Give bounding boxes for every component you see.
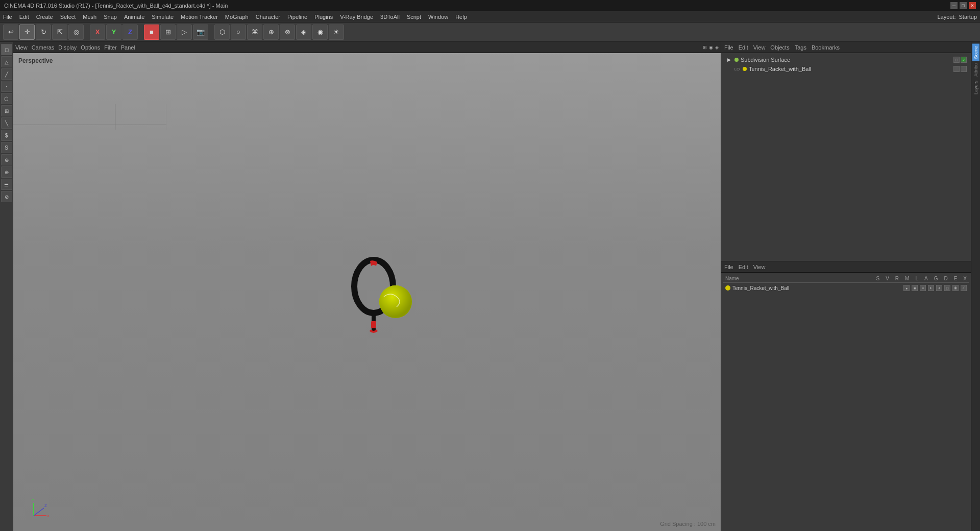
menu-vray[interactable]: V-Ray Bridge (340, 14, 373, 20)
vp-icon-3[interactable]: ◈ (715, 45, 719, 50)
vp-tab-panel[interactable]: Panel (121, 44, 135, 51)
menu-mesh[interactable]: Mesh (83, 14, 96, 20)
close-button[interactable]: ✕ (969, 2, 976, 9)
om-tab-bookmarks[interactable]: Bookmarks (812, 44, 840, 51)
tool-7[interactable]: ⊕ (1, 166, 12, 178)
render-pic[interactable]: 📷 (193, 25, 208, 40)
attr-icon-8[interactable]: ✓ (961, 285, 967, 291)
tool-5[interactable]: S (1, 142, 12, 153)
mode-point[interactable]: · (1, 81, 12, 92)
menu-script[interactable]: Script (407, 14, 421, 20)
menu-character[interactable]: Character (256, 14, 280, 20)
edge-tab-layers[interactable]: Layers (972, 79, 979, 96)
light-tool[interactable]: ☀ (329, 25, 344, 40)
menu-motion-tracker[interactable]: Motion Tracker (181, 14, 218, 20)
menu-plugins[interactable]: Plugins (314, 14, 333, 20)
om-tab-file[interactable]: File (724, 44, 733, 51)
attr-tab-edit[interactable]: Edit (739, 264, 748, 270)
menu-file[interactable]: File (3, 14, 12, 20)
menu-simulate[interactable]: Simulate (152, 14, 174, 20)
render-view[interactable]: ▷ (177, 25, 192, 40)
mode-edge[interactable]: ╱ (1, 68, 12, 80)
y-axis[interactable]: Y (106, 25, 121, 40)
cube-tool[interactable]: ⬡ (214, 25, 230, 40)
om-tab-edit[interactable]: Edit (739, 44, 748, 51)
obj-name-subdivision: Subdivision Surface (741, 57, 790, 63)
vp-tab-filter[interactable]: Filter (104, 44, 116, 51)
vp-tab-cameras[interactable]: Cameras (32, 44, 55, 51)
attr-icon-6[interactable]: □ (944, 285, 950, 291)
check-visibility[interactable]: □ (953, 57, 960, 63)
move-tool[interactable]: ✛ (19, 25, 35, 40)
attr-icon-5[interactable]: ◂ (936, 285, 942, 291)
attr-icon-7[interactable]: ◉ (952, 285, 959, 291)
vp-icon-1[interactable]: ⊞ (703, 45, 707, 50)
object-manager-header: File Edit View Objects Tags Bookmarks (721, 42, 971, 53)
toolbar: ↩ ✛ ↻ ⇱ ◎ X Y Z ■ ⊞ ▷ 📷 ⬡ ○ ⌘ ⊕ ⊗ ◈ ◉ ☀ (0, 22, 980, 42)
menu-animate[interactable]: Animate (124, 14, 144, 20)
menu-bar: File Edit Create Select Mesh Snap Animat… (0, 11, 980, 22)
object-item-subdivision[interactable]: ▶ Subdivision Surface □ ✓ (723, 55, 969, 64)
check-active[interactable]: ✓ (961, 57, 967, 63)
menu-mograph[interactable]: MoGraph (225, 14, 249, 20)
tool-6[interactable]: ⊛ (1, 154, 12, 165)
menu-window[interactable]: Window (428, 14, 448, 20)
tool-4[interactable]: $ (1, 130, 12, 141)
attr-panel-content: Name SVRMLAGDEX Tennis_Racket_with_Ball … (721, 273, 971, 531)
menu-3dtoall[interactable]: 3DToAll (380, 14, 400, 20)
menu-edit[interactable]: Edit (19, 14, 29, 20)
menu-snap[interactable]: Snap (104, 14, 117, 20)
menu-select[interactable]: Select (60, 14, 76, 20)
tool-1[interactable]: ⬡ (1, 93, 12, 104)
mode-poly[interactable]: △ (1, 56, 12, 67)
menu-help[interactable]: Help (455, 14, 467, 20)
menu-create[interactable]: Create (36, 14, 53, 20)
tool-9[interactable]: ⊘ (1, 191, 12, 202)
z-axis[interactable]: Z (122, 25, 138, 40)
tool-8[interactable]: ☰ (1, 179, 12, 190)
viewport-3d[interactable]: Perspective Grid Spacing : 100 cm X Y Z (13, 53, 721, 531)
camera-tool[interactable]: ◉ (312, 25, 328, 40)
field-tool[interactable]: ◈ (296, 25, 311, 40)
tool-2[interactable]: ⊞ (1, 105, 12, 116)
sphere-tool[interactable]: ○ (231, 25, 246, 40)
attributes-panel: File Edit View Name SVRMLAGDEX Tennis_Ra… (721, 261, 971, 531)
attr-icon-4[interactable]: ▸ (928, 285, 934, 291)
mode-object[interactable]: ◻ (1, 44, 12, 55)
vp-tab-view[interactable]: View (15, 44, 28, 51)
menu-pipeline[interactable]: Pipeline (287, 14, 307, 20)
deform-tool[interactable]: ⊗ (280, 25, 295, 40)
vp-tab-display[interactable]: Display (58, 44, 77, 51)
layout-value[interactable]: Startup (959, 14, 977, 20)
object-tool[interactable]: ◎ (68, 25, 84, 40)
spline-tool[interactable]: ⌘ (247, 25, 262, 40)
vp-tab-options[interactable]: Options (81, 44, 100, 51)
tool-3[interactable]: ╲ (1, 117, 12, 129)
viewport-area: View Cameras Display Options Filter Pane… (13, 42, 721, 531)
x-axis[interactable]: X (90, 25, 105, 40)
edge-tab-scene[interactable]: Scene (972, 44, 979, 61)
om-tab-tags[interactable]: Tags (795, 44, 806, 51)
layout-label: Layout: (937, 14, 955, 20)
attr-row-tennis[interactable]: Tennis_Racket_with_Ball ● ■ ≡ ▸ ◂ □ ◉ ✓ (723, 284, 969, 292)
object-item-tennis-racket[interactable]: LO Tennis_Racket_with_Ball (723, 64, 969, 74)
attr-icon-3[interactable]: ≡ (920, 285, 926, 291)
check-act-tennis[interactable] (961, 66, 967, 72)
undo-button[interactable]: ↩ (3, 25, 18, 40)
attr-tab-view[interactable]: View (753, 264, 766, 270)
minimize-button[interactable]: ─ (950, 2, 958, 9)
render-region[interactable]: ⊞ (160, 25, 176, 40)
om-tab-objects[interactable]: Objects (770, 44, 789, 51)
mograph-tool[interactable]: ⊕ (263, 25, 279, 40)
edge-tab-attributes[interactable]: Attribu (972, 61, 979, 79)
maximize-button[interactable]: □ (960, 2, 967, 9)
attr-icon-2[interactable]: ■ (912, 285, 918, 291)
attr-tab-file[interactable]: File (724, 264, 733, 270)
rotate-tool[interactable]: ↻ (36, 25, 51, 40)
om-tab-view[interactable]: View (753, 44, 766, 51)
attr-icon-1[interactable]: ● (903, 285, 910, 291)
render-btn[interactable]: ■ (144, 25, 159, 40)
scale-tool[interactable]: ⇱ (52, 25, 67, 40)
check-vis-tennis[interactable] (953, 66, 960, 72)
vp-icon-2[interactable]: ◉ (709, 45, 713, 50)
